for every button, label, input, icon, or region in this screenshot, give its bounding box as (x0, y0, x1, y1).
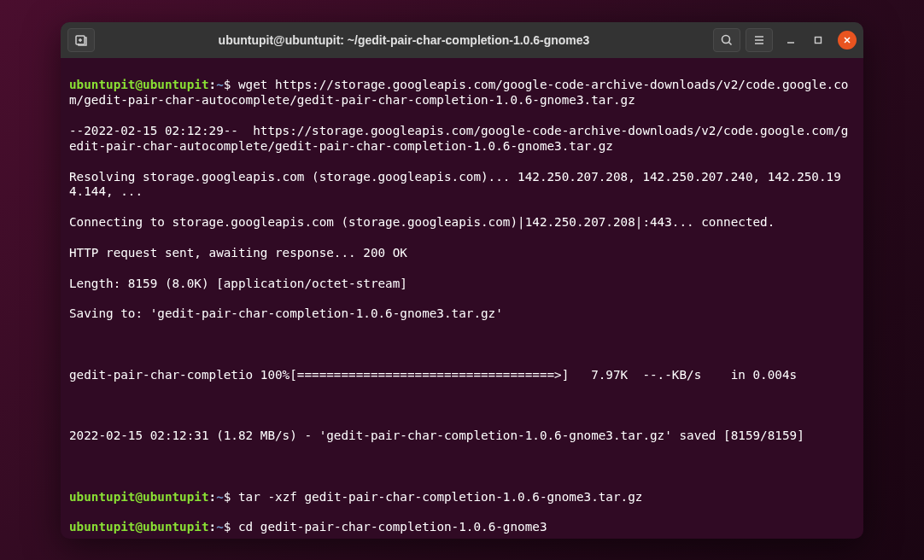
svg-point-1 (722, 35, 730, 43)
command-cd: cd gedit-pair-char-completion-1.0.6-gnom… (238, 520, 547, 534)
wget-line-connecting: Connecting to storage.googleapis.com (st… (69, 215, 855, 230)
new-tab-button[interactable] (67, 28, 95, 52)
titlebar: ubuntupit@ubuntupit: ~/gedit-pair-char-c… (61, 22, 863, 58)
wget-done: 2022-02-15 02:12:31 (1.82 MB/s) - 'gedit… (69, 429, 855, 444)
terminal-output[interactable]: ubuntupit@ubuntupit:~$ wget https://stor… (61, 58, 863, 539)
wget-line-saving: Saving to: 'gedit-pair-char-completion-1… (69, 306, 855, 322)
prompt-user: ubuntupit@ubuntupit (69, 78, 209, 91)
svg-rect-2 (816, 37, 822, 43)
prompt-user: ubuntupit@ubuntupit (69, 520, 209, 534)
prompt-path: ~ (216, 78, 224, 91)
command-tar: tar -xzf gedit-pair-char-completion-1.0.… (238, 490, 642, 504)
wget-line-1: --2022-02-15 02:12:29-- https://storage.… (69, 124, 855, 155)
minimize-button[interactable] (783, 32, 798, 48)
prompt-user: ubuntupit@ubuntupit (69, 490, 209, 504)
search-button[interactable] (713, 28, 740, 52)
wget-line-length: Length: 8159 (8.0K) [application/octet-s… (69, 277, 855, 292)
hamburger-menu-button[interactable] (746, 28, 773, 52)
maximize-button[interactable] (810, 32, 826, 48)
prompt-path: ~ (216, 520, 224, 534)
prompt-path: ~ (216, 490, 224, 504)
close-button[interactable] (838, 31, 857, 50)
wget-line-http: HTTP request sent, awaiting response... … (69, 246, 855, 261)
window-controls (778, 31, 857, 50)
wget-line-resolving: Resolving storage.googleapis.com (storag… (69, 170, 855, 201)
window-title: ubuntupit@ubuntupit: ~/gedit-pair-char-c… (100, 33, 708, 47)
wget-progress: gedit-pair-char-completio 100%[=========… (69, 368, 855, 383)
terminal-window: ubuntupit@ubuntupit: ~/gedit-pair-char-c… (61, 22, 863, 539)
